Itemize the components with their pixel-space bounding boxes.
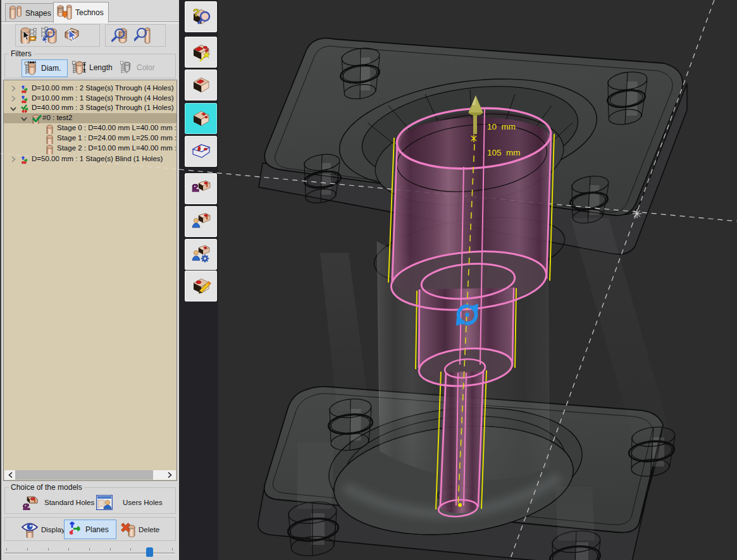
- svg-text:?: ?: [193, 7, 199, 19]
- svg-text:105 mm: 105 mm: [487, 148, 521, 157]
- svg-text:10 mm: 10 mm: [487, 122, 516, 131]
